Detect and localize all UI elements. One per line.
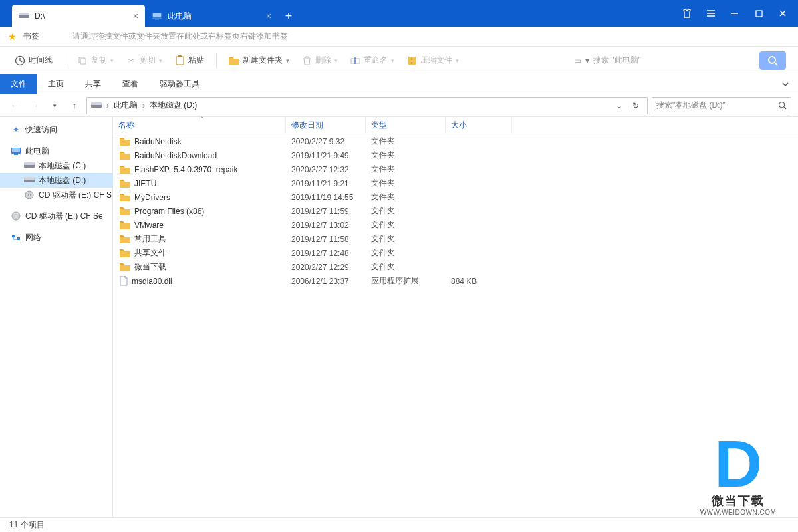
ribbon-expand-button[interactable] — [773, 74, 798, 94]
tab-d-drive[interactable]: D:\ × — [12, 5, 145, 27]
sidebar-item[interactable]: 网络 — [0, 230, 112, 245]
cell-type: 文件夹 — [366, 178, 446, 189]
file-row[interactable]: MyDrivers2019/11/19 14:55文件夹 — [113, 190, 798, 204]
ribbon-tab-file[interactable]: 文件 — [0, 74, 37, 94]
copy-button[interactable]: 复制 ▾ — [74, 53, 116, 68]
new-folder-button[interactable]: 新建文件夹 ▾ — [226, 53, 292, 68]
search-placeholder: 搜索"本地磁盘 (D:)" — [656, 100, 726, 111]
compress-button[interactable]: 压缩文件 ▾ — [404, 53, 462, 68]
forward-button[interactable]: → — [27, 98, 43, 114]
folder-icon — [120, 179, 130, 188]
sidebar-item[interactable]: 本地磁盘 (D:) — [0, 173, 112, 188]
back-button[interactable]: ← — [7, 98, 23, 114]
column-date[interactable]: 修改日期 — [286, 117, 366, 134]
chevron-down-icon: ▾ — [456, 57, 459, 64]
search-button[interactable] — [759, 51, 786, 70]
up-button[interactable]: ↑ — [66, 98, 82, 114]
sidebar-item-label: 网络 — [25, 232, 41, 243]
search-placeholder: 搜索 "此电脑" — [593, 55, 641, 66]
file-row[interactable]: BaiduNetdisk2020/2/27 9:32文件夹 — [113, 134, 798, 148]
paste-button[interactable]: 粘贴 — [172, 53, 207, 68]
file-row[interactable]: msdia80.dll2006/12/1 23:37应用程序扩展884 KB — [113, 274, 798, 288]
svg-rect-3 — [153, 13, 161, 17]
address-bar[interactable]: › 此电脑 › 本地磁盘 (D:) ⌄ ↻ — [86, 97, 648, 114]
sidebar-item[interactable]: CD 驱动器 (E:) CF S — [0, 188, 112, 202]
file-row[interactable]: 常用工具2019/12/7 11:58文件夹 — [113, 232, 798, 246]
bookmarks-label: 书签 — [23, 31, 39, 42]
tab-label: D:\ — [35, 11, 45, 21]
sidebar-item[interactable]: 本地磁盘 (C:) — [0, 158, 112, 173]
cell-date: 2006/12/1 23:37 — [286, 277, 366, 286]
delete-button[interactable]: 删除 ▾ — [299, 53, 340, 68]
disk-icon — [24, 175, 35, 186]
maximize-button[interactable] — [747, 0, 770, 27]
search-input[interactable]: ▭ ▾ 搜索 "此电脑" — [569, 51, 755, 70]
file-row[interactable]: Program Files (x86)2019/12/7 11:59文件夹 — [113, 204, 798, 218]
sidebar-item-label: 快速访问 — [25, 124, 57, 136]
timeline-button[interactable]: 时间线 — [12, 53, 55, 68]
ribbon-tab-home[interactable]: 主页 — [37, 74, 74, 94]
quick-access-icon: ✦ — [11, 124, 21, 135]
close-button[interactable] — [771, 0, 794, 27]
folder-search-input[interactable]: 搜索"本地磁盘 (D:)" — [652, 97, 791, 114]
cell-name: 共享文件 — [113, 247, 286, 259]
cell-type: 文件夹 — [366, 247, 446, 259]
close-icon[interactable]: × — [133, 11, 138, 21]
file-row[interactable]: BaiduNetdiskDownload2019/11/21 9:49文件夹 — [113, 148, 798, 162]
column-type[interactable]: 类型 — [366, 117, 446, 134]
folder-icon — [229, 55, 239, 66]
archive-icon — [406, 55, 417, 66]
svg-point-27 — [15, 215, 17, 217]
address-dropdown[interactable]: ⌄ — [613, 101, 625, 110]
minimize-button[interactable] — [724, 0, 746, 27]
sidebar-item-label: CD 驱动器 (E:) CF S — [39, 190, 112, 201]
column-headers: 名称⌃ 修改日期 类型 大小 — [113, 117, 798, 134]
file-row[interactable]: 共享文件2019/12/7 12:48文件夹 — [113, 246, 798, 260]
cell-date: 2019/12/7 11:58 — [286, 235, 366, 244]
chevron-right-icon[interactable]: › — [140, 101, 147, 110]
folder-icon — [120, 151, 130, 160]
tool-label: 时间线 — [29, 55, 53, 66]
ribbon-tab-view[interactable]: 查看 — [112, 74, 149, 94]
folder-icon — [120, 165, 130, 174]
close-icon[interactable]: × — [266, 11, 271, 21]
breadcrumb[interactable]: 此电脑 — [114, 100, 138, 111]
star-icon: ★ — [8, 31, 17, 42]
sidebar-item[interactable]: 此电脑 — [0, 144, 112, 158]
tshirt-icon[interactable] — [676, 0, 698, 27]
refresh-button[interactable]: ↻ — [628, 101, 643, 110]
chevron-right-icon[interactable]: › — [104, 101, 111, 110]
sidebar-item[interactable]: ✦快速访问 — [0, 122, 112, 137]
file-rows: BaiduNetdisk2020/2/27 9:32文件夹BaiduNetdis… — [113, 134, 798, 517]
cell-name: 微当下载 — [113, 261, 286, 273]
cell-type: 文件夹 — [366, 192, 446, 203]
new-tab-button[interactable]: + — [278, 5, 299, 27]
tool-label: 剪切 — [140, 55, 156, 66]
svg-point-25 — [29, 194, 31, 196]
toolbar-search: ▭ ▾ 搜索 "此电脑" — [569, 51, 786, 70]
tab-this-pc[interactable]: 此电脑 × — [145, 5, 278, 27]
file-row[interactable]: 微当下载2020/2/27 12:29文件夹 — [113, 260, 798, 274]
svg-rect-4 — [155, 19, 159, 20]
sidebar-item[interactable]: CD 驱动器 (E:) CF Se — [0, 209, 112, 223]
rename-button[interactable]: 重命名 ▾ — [347, 53, 397, 68]
folder-icon — [120, 137, 130, 146]
column-size[interactable]: 大小 — [446, 117, 512, 134]
ribbon-tab-share[interactable]: 共享 — [74, 74, 112, 94]
search-icon[interactable] — [778, 101, 787, 110]
svg-rect-19 — [14, 154, 18, 155]
chevron-down-icon: ▾ — [334, 57, 338, 64]
file-row[interactable]: FlashFXP_5.4.0.3970_repaik2020/2/27 12:3… — [113, 162, 798, 176]
breadcrumb[interactable]: 本地磁盘 (D:) — [150, 100, 197, 111]
cell-name: msdia80.dll — [113, 276, 286, 286]
nav-row: ← → ▾ ↑ › 此电脑 › 本地磁盘 (D:) ⌄ ↻ 搜索"本地磁盘 (D… — [0, 94, 798, 117]
file-row[interactable]: JIETU2019/11/21 9:21文件夹 — [113, 176, 798, 190]
menu-icon[interactable] — [700, 0, 722, 27]
svg-rect-28 — [12, 235, 15, 237]
file-row[interactable]: VMware2019/12/7 13:02文件夹 — [113, 218, 798, 232]
cell-name: VMware — [113, 221, 286, 230]
cut-button[interactable]: ✂ 剪切 ▾ — [123, 53, 165, 68]
ribbon-tab-drive-tools[interactable]: 驱动器工具 — [149, 74, 210, 94]
recent-button[interactable]: ▾ — [47, 98, 63, 114]
column-name[interactable]: 名称⌃ — [113, 117, 286, 134]
